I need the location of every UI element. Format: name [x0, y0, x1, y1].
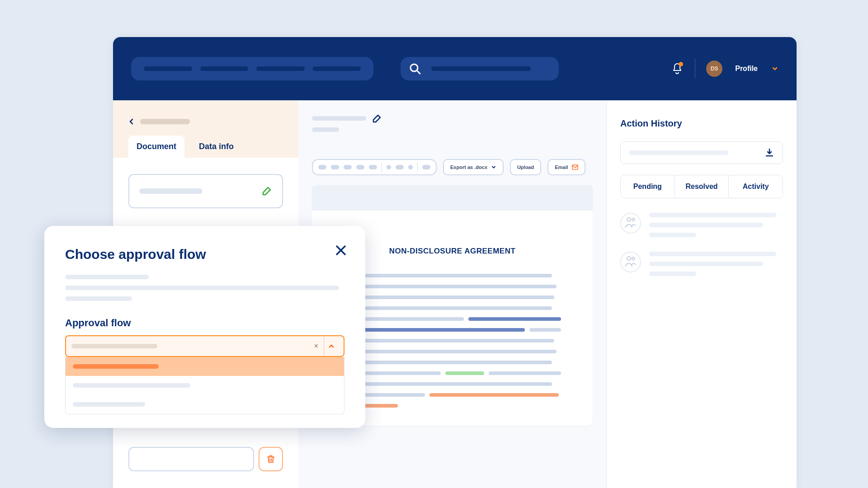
- close-button[interactable]: [335, 244, 347, 257]
- user-avatar: [620, 213, 641, 234]
- approval-flow-modal: Choose approval flow Approval flow ×: [44, 226, 365, 428]
- svg-line-1: [417, 71, 420, 74]
- modal-description: [65, 275, 344, 301]
- upload-button[interactable]: Upload: [510, 159, 541, 175]
- tab-document[interactable]: Document: [128, 136, 184, 158]
- chevron-down-icon: [491, 164, 496, 170]
- select-option[interactable]: [66, 395, 344, 414]
- panel-title: Action History: [620, 118, 783, 129]
- select-toggle[interactable]: [324, 336, 338, 356]
- clear-button[interactable]: ×: [309, 342, 324, 350]
- history-item[interactable]: [620, 213, 783, 237]
- select-options: [65, 357, 344, 414]
- notifications-button[interactable]: [670, 62, 684, 75]
- upload-label: Upload: [517, 164, 534, 170]
- formatting-toolbar[interactable]: [312, 159, 437, 175]
- people-icon: [624, 217, 637, 230]
- modal-title: Choose approval flow: [65, 247, 344, 262]
- field-label: Approval flow: [65, 317, 344, 329]
- chevron-up-icon: [328, 343, 335, 349]
- tab-data-info[interactable]: Data info: [191, 136, 242, 158]
- export-label: Export as .docx: [450, 164, 487, 170]
- export-button[interactable]: Export as .docx: [443, 159, 504, 175]
- title-field[interactable]: [128, 174, 283, 208]
- select-option[interactable]: [66, 357, 344, 376]
- document-body: [339, 274, 566, 408]
- document-title: NON-DISCLOSURE AGREEMENT: [339, 247, 566, 256]
- search-icon: [409, 62, 421, 75]
- select-option[interactable]: [66, 376, 344, 395]
- chevron-down-icon: [771, 65, 778, 72]
- email-label: Email: [555, 164, 568, 170]
- chevron-left-icon: [128, 118, 135, 125]
- delete-button[interactable]: [259, 447, 283, 471]
- edit-icon[interactable]: [373, 114, 382, 123]
- email-button[interactable]: Email: [547, 159, 585, 175]
- profile-menu[interactable]: Profile: [735, 65, 758, 73]
- trash-icon: [266, 454, 276, 464]
- download-button[interactable]: [620, 141, 783, 164]
- approval-flow-select[interactable]: ×: [65, 335, 344, 357]
- tab-activity[interactable]: Activity: [729, 175, 783, 198]
- right-panel: Action History Pending Resolved Activity: [607, 100, 797, 488]
- history-item[interactable]: [620, 252, 783, 276]
- tab-resolved[interactable]: Resolved: [675, 175, 729, 198]
- tab-pending[interactable]: Pending: [621, 175, 675, 198]
- side-action[interactable]: [128, 447, 254, 471]
- search-input[interactable]: [401, 57, 559, 80]
- svg-rect-2: [572, 165, 578, 169]
- svg-point-0: [410, 64, 418, 71]
- download-icon: [764, 148, 774, 158]
- topbar: DS Profile: [113, 37, 797, 100]
- people-icon: [624, 256, 637, 268]
- user-avatar: [620, 252, 641, 272]
- close-icon: [337, 246, 345, 254]
- mail-icon: [572, 164, 578, 170]
- edit-icon: [261, 186, 272, 197]
- back-button[interactable]: [113, 100, 298, 136]
- main-nav[interactable]: [131, 57, 373, 80]
- avatar[interactable]: DS: [706, 61, 722, 77]
